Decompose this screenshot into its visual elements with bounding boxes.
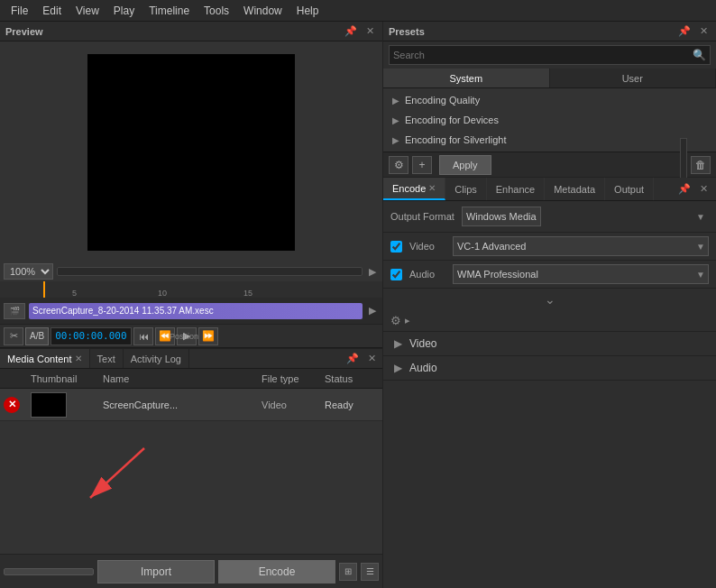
presets-add-btn[interactable]: +: [412, 156, 432, 174]
presets-apply-btn[interactable]: Apply: [439, 155, 491, 175]
presets-search-bar: 🔍: [389, 45, 711, 65]
encode-tab-encode[interactable]: Encode ✕: [383, 178, 445, 200]
preview-pin-btn[interactable]: 📌: [342, 24, 360, 38]
menu-play[interactable]: Play: [106, 3, 142, 19]
media-empty-area: [0, 421, 382, 511]
playhead: [43, 281, 45, 298]
col-status: Status: [325, 373, 379, 384]
preview-title: Preview: [5, 26, 43, 37]
presets-tab-user[interactable]: User: [550, 69, 717, 87]
ruler-mark-10: 10: [158, 289, 167, 298]
audio-codec-row: Audio WMA Professional ▼: [383, 261, 716, 289]
encode-tab-enhance[interactable]: Enhance: [487, 178, 545, 200]
encode-tab-metadata[interactable]: Metadata: [545, 178, 605, 200]
col-filetype: File type: [262, 373, 325, 384]
expand-row[interactable]: ⌄: [383, 289, 716, 310]
timeline-controls: ✂ A/B 00:00:00.000 ⏮ ⏪ ▶ ⏩ Position: [0, 325, 382, 348]
presets-title: Presets: [389, 26, 425, 37]
menu-timeline[interactable]: Timeline: [142, 3, 197, 19]
media-panel-header: Media Content ✕ Text Activity Log 📌 ✕: [0, 349, 382, 369]
encode-tab-close[interactable]: ✕: [428, 183, 436, 193]
left-panel: Preview 📌 ✕ 100% ▶ 5: [0, 22, 383, 588]
video-checkbox[interactable]: [390, 241, 402, 253]
presets-controls: 📌 ✕: [675, 24, 711, 38]
menu-help[interactable]: Help: [289, 3, 326, 19]
timeline-clip-row: 🎬 ScreenCapture_8-20-2014 11.35.37 AM.xe…: [0, 298, 382, 325]
media-status: Ready: [325, 400, 379, 410]
presets-tab-system[interactable]: System: [383, 69, 550, 87]
settings-separator: ▸: [405, 315, 410, 326]
list-view-icon[interactable]: ☰: [361, 563, 379, 581]
media-panel-close[interactable]: ✕: [365, 352, 379, 365]
menu-file[interactable]: File: [4, 3, 35, 19]
preview-close-btn[interactable]: ✕: [363, 24, 377, 38]
encode-panel-close[interactable]: ✕: [697, 182, 711, 196]
ruler-mark-5: 5: [72, 289, 77, 298]
tab-text[interactable]: Text: [90, 349, 124, 368]
encode-tab-output[interactable]: Output: [605, 178, 654, 200]
preset-arrow-icon: ▶: [392, 115, 399, 125]
media-panel-pin[interactable]: 📌: [344, 352, 362, 365]
tab-activity-log[interactable]: Activity Log: [124, 349, 189, 368]
output-format-label: Output Format: [390, 211, 454, 222]
media-table-body: ✕ ScreenCapture... Video Ready: [0, 389, 382, 554]
presets-gear-btn[interactable]: ⚙: [389, 156, 408, 174]
zoom-select[interactable]: 100%: [4, 263, 53, 280]
menu-tools[interactable]: Tools: [197, 3, 236, 19]
timeline-scrollbar-h[interactable]: [57, 267, 363, 276]
presets-search-input[interactable]: [393, 50, 693, 60]
video-section[interactable]: ▶ Video: [383, 332, 716, 356]
media-tab-close[interactable]: ✕: [75, 354, 82, 363]
ruler-ticks: 5 10 15: [0, 281, 382, 298]
ab-button[interactable]: A/B: [25, 327, 49, 345]
split-btn[interactable]: ✂: [4, 327, 23, 345]
tab-media-content[interactable]: Media Content ✕: [0, 349, 90, 368]
preset-item-encoding-devices[interactable]: ▶ Encoding for Devices: [383, 110, 716, 130]
media-panel-controls: 📌 ✕: [344, 352, 382, 365]
menu-window[interactable]: Window: [236, 3, 289, 19]
clip-type-icon: 🎬: [4, 303, 25, 319]
preset-arrow-icon: ▶: [392, 96, 399, 106]
settings-gear-icon[interactable]: ⚙: [390, 314, 401, 327]
preview-panel: Preview 📌 ✕ 100% ▶ 5: [0, 22, 382, 349]
preset-item-encoding-quality[interactable]: ▶ Encoding Quality: [383, 90, 716, 110]
media-scrollbar-h[interactable]: [4, 568, 94, 575]
output-format-select[interactable]: Windows Media: [462, 207, 541, 226]
output-format-arrow-icon: ▼: [696, 212, 705, 222]
import-button[interactable]: Import: [97, 560, 215, 583]
preset-label: Encoding for Silverlight: [405, 134, 507, 145]
presets-pin-btn[interactable]: 📌: [675, 24, 693, 38]
presets-delete-btn[interactable]: 🗑: [691, 156, 711, 174]
audio-checkbox[interactable]: [390, 269, 402, 280]
menu-view[interactable]: View: [69, 3, 106, 19]
encode-button[interactable]: Encode: [218, 560, 335, 583]
preset-item-encoding-silverlight[interactable]: ▶ Encoding for Silverlight: [383, 130, 716, 150]
video-codec-select[interactable]: VC-1 Advanced: [453, 236, 709, 256]
preview-panel-controls: 📌 ✕: [342, 24, 377, 38]
audio-section-label: Audio: [409, 362, 437, 374]
grid-view-icon[interactable]: ⊞: [339, 563, 357, 581]
presets-close-btn[interactable]: ✕: [697, 24, 711, 38]
preset-arrow-icon: ▶: [392, 135, 399, 145]
remove-item-btn[interactable]: ✕: [4, 397, 20, 413]
encode-tab-clips[interactable]: Clips: [445, 178, 486, 200]
video-codec-select-wrap: VC-1 Advanced ▼: [453, 236, 709, 256]
audio-codec-select[interactable]: WMA Professional: [453, 264, 709, 284]
output-format-select-wrap: Windows Media ▼: [462, 207, 709, 226]
audio-section[interactable]: ▶ Audio: [383, 356, 716, 381]
menu-edit[interactable]: Edit: [35, 3, 69, 19]
output-format-row: Output Format Windows Media ▼: [383, 201, 716, 233]
next-frame-btn[interactable]: ⏩: [198, 327, 218, 345]
presets-toolbar: ⚙ + Apply 🗑: [383, 152, 716, 177]
main-layout: Preview 📌 ✕ 100% ▶ 5: [0, 22, 716, 588]
preview-canvas: [87, 54, 295, 251]
presets-panel: Presets 📌 ✕ 🔍 System User ▶ Enco: [383, 22, 716, 178]
go-start-btn[interactable]: ⏮: [133, 327, 153, 345]
col-name: Name: [103, 373, 262, 384]
audio-codec-label: Audio: [409, 269, 445, 280]
clip-bar[interactable]: ScreenCapture_8-20-2014 11.35.37 AM.xesc: [29, 303, 363, 319]
timeline-scroll-right[interactable]: ▶: [366, 304, 379, 317]
timeline-expand-btn[interactable]: ▶: [366, 265, 379, 279]
presets-list: ▶ Encoding Quality ▶ Encoding for Device…: [383, 88, 716, 152]
encode-pin-btn[interactable]: 📌: [675, 182, 693, 196]
